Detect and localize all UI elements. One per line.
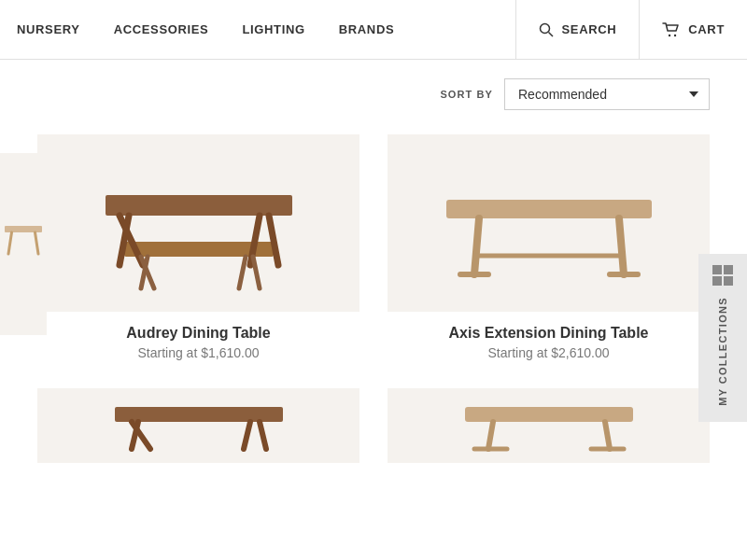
nav-item-lighting[interactable]: LIGHTING bbox=[225, 22, 321, 36]
main-content: SORT BY Recommended Price: Low to High P… bbox=[0, 60, 747, 463]
cart-button[interactable]: CART bbox=[640, 0, 747, 60]
main-nav: NURSERY ACCESSORIES LIGHTING BRANDS bbox=[0, 22, 515, 36]
search-icon bbox=[539, 22, 554, 37]
svg-line-9 bbox=[269, 216, 278, 265]
product-image-axis bbox=[388, 134, 710, 312]
svg-line-26 bbox=[488, 422, 493, 449]
product-card-audrey[interactable]: Audrey Dining Table Starting at $1,610.0… bbox=[37, 134, 359, 388]
svg-line-13 bbox=[253, 257, 260, 288]
product-name-audrey: Audrey Dining Table bbox=[126, 325, 270, 342]
header-actions: SEARCH CART bbox=[515, 0, 747, 60]
svg-line-12 bbox=[239, 257, 246, 288]
svg-point-2 bbox=[669, 34, 670, 35]
my-collections-sidebar[interactable]: MY COLLECTIONS bbox=[698, 254, 747, 422]
collections-grid-icon bbox=[712, 265, 733, 286]
search-button[interactable]: SEARCH bbox=[516, 0, 640, 60]
nav-item-brands[interactable]: BRANDS bbox=[322, 22, 412, 36]
sort-select-wrapper: Recommended Price: Low to High Price: Hi… bbox=[504, 78, 710, 110]
bottom-card-right bbox=[388, 388, 710, 463]
svg-rect-30 bbox=[5, 226, 42, 232]
audrey-table-svg bbox=[78, 144, 320, 302]
product-grid: Audrey Dining Table Starting at $1,610.0… bbox=[37, 134, 710, 388]
svg-line-27 bbox=[605, 422, 610, 449]
bottom-right-svg bbox=[456, 393, 642, 458]
axis-table-svg bbox=[428, 144, 670, 302]
search-label: SEARCH bbox=[561, 22, 616, 36]
svg-line-1 bbox=[549, 32, 554, 36]
bottom-left-svg bbox=[106, 393, 292, 458]
product-price-audrey: Starting at $1,610.00 bbox=[126, 345, 270, 360]
sort-select[interactable]: Recommended Price: Low to High Price: Hi… bbox=[504, 78, 710, 110]
svg-line-31 bbox=[8, 232, 12, 254]
product-price-axis: Starting at $2,610.00 bbox=[449, 345, 649, 360]
sort-row: SORT BY Recommended Price: Low to High P… bbox=[37, 60, 710, 125]
product-info-audrey: Audrey Dining Table Starting at $1,610.0… bbox=[126, 325, 270, 360]
bottom-card-left bbox=[37, 388, 359, 463]
partial-left-svg bbox=[0, 170, 47, 319]
svg-line-32 bbox=[35, 232, 39, 254]
left-partial-product bbox=[0, 153, 47, 335]
product-image-audrey bbox=[37, 134, 359, 312]
svg-rect-25 bbox=[465, 407, 633, 422]
sort-label: SORT BY bbox=[440, 89, 493, 100]
product-info-axis: Axis Extension Dining Table Starting at … bbox=[449, 325, 649, 360]
svg-line-15 bbox=[474, 218, 479, 274]
cart-icon bbox=[662, 22, 681, 37]
svg-rect-4 bbox=[106, 195, 292, 216]
svg-point-0 bbox=[541, 23, 550, 33]
collections-label: MY COLLECTIONS bbox=[717, 297, 728, 406]
header: NURSERY ACCESSORIES LIGHTING BRANDS SEAR… bbox=[0, 0, 747, 60]
cart-label: CART bbox=[688, 22, 725, 36]
product-card-axis[interactable]: Axis Extension Dining Table Starting at … bbox=[388, 134, 710, 388]
svg-line-16 bbox=[619, 218, 624, 274]
svg-rect-20 bbox=[115, 407, 283, 422]
nav-item-nursery[interactable]: NURSERY bbox=[0, 22, 97, 36]
product-name-axis: Axis Extension Dining Table bbox=[449, 325, 649, 342]
svg-line-23 bbox=[244, 422, 250, 449]
svg-line-24 bbox=[260, 422, 266, 449]
nav-item-accessories[interactable]: ACCESSORIES bbox=[97, 22, 226, 36]
svg-point-3 bbox=[674, 34, 676, 35]
bottom-partial-row bbox=[37, 388, 710, 463]
